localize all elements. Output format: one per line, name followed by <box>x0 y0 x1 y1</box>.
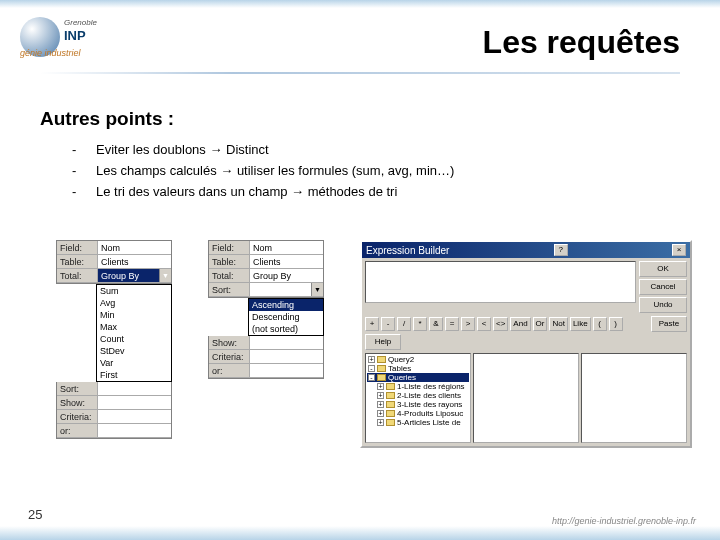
dropdown-option[interactable]: Descending <box>249 311 323 323</box>
close-icon[interactable]: × <box>672 244 686 256</box>
expand-icon[interactable]: + <box>377 419 384 426</box>
table-cell[interactable]: Clients <box>249 255 323 268</box>
field-cell[interactable]: Nom <box>97 241 171 254</box>
expand-icon[interactable]: + <box>377 392 384 399</box>
op-ne[interactable]: <> <box>493 317 508 331</box>
logo: Grenoble INP génie industriel <box>20 12 130 62</box>
chevron-down-icon[interactable]: ▼ <box>159 269 171 282</box>
expression-builder-dialog: Expression Builder ? × OK Cancel Undo + … <box>360 240 692 448</box>
show-cell[interactable] <box>249 336 323 349</box>
op-and[interactable]: And <box>510 317 530 331</box>
op-rparen[interactable]: ) <box>609 317 623 331</box>
logo-main: INP <box>64 28 86 43</box>
or-cell[interactable] <box>249 364 323 377</box>
undo-button[interactable]: Undo <box>639 297 687 313</box>
sort-cell[interactable] <box>97 382 171 395</box>
op-or[interactable]: Or <box>533 317 548 331</box>
sort-cell[interactable]: ▼ <box>249 283 323 296</box>
dropdown-option[interactable]: Var <box>97 357 171 369</box>
cancel-button[interactable]: Cancel <box>639 279 687 295</box>
operator-toolbar: + - / * & = > < <> And Or Not Like ( ) P… <box>365 316 687 350</box>
op-plus[interactable]: + <box>365 317 379 331</box>
dropdown-option[interactable]: First <box>97 369 171 381</box>
criteria-cell[interactable] <box>249 350 323 363</box>
tree-item: -Tables <box>367 364 469 373</box>
folder-icon <box>386 392 395 399</box>
dropdown-option[interactable]: Max <box>97 321 171 333</box>
expand-icon[interactable]: + <box>368 356 375 363</box>
folder-icon <box>386 401 395 408</box>
collapse-icon[interactable]: - <box>368 374 375 381</box>
folder-icon <box>377 365 386 372</box>
title-underline <box>40 72 680 74</box>
collapse-icon[interactable]: - <box>368 365 375 372</box>
tree-item: +3-Liste des rayons <box>367 400 469 409</box>
list-item: -Les champs calculés → utiliser les form… <box>72 161 454 182</box>
chevron-down-icon[interactable]: ▼ <box>311 283 323 296</box>
show-cell[interactable] <box>97 396 171 409</box>
page-number: 25 <box>28 507 42 522</box>
section-heading: Autres points : <box>40 108 174 130</box>
dropdown-option[interactable]: Avg <box>97 297 171 309</box>
expand-icon[interactable]: + <box>377 410 384 417</box>
dropdown-option[interactable]: Ascending <box>249 299 323 311</box>
screenshot-panels: Field:Nom Table:Clients Total:Group By▼ … <box>56 240 692 448</box>
expand-icon[interactable]: + <box>377 383 384 390</box>
op-eq[interactable]: = <box>445 317 459 331</box>
ok-button[interactable]: OK <box>639 261 687 277</box>
bullet-list: -Eviter les doublons → Distinct -Les cha… <box>72 140 454 202</box>
dialog-titlebar: Expression Builder ? × <box>362 242 690 258</box>
folder-icon <box>377 374 386 381</box>
help-icon[interactable]: ? <box>554 244 568 256</box>
value-list[interactable] <box>581 353 687 443</box>
total-cell[interactable]: Group By <box>249 269 323 282</box>
op-not[interactable]: Not <box>549 317 567 331</box>
op-like[interactable]: Like <box>570 317 591 331</box>
table-cell[interactable]: Clients <box>97 255 171 268</box>
tree-item: -Queries <box>367 373 469 382</box>
logo-subtitle: génie industriel <box>20 48 81 58</box>
list-item: -Le tri des valeurs dans un champ → méth… <box>72 182 454 203</box>
op-gt[interactable]: > <box>461 317 475 331</box>
header-decoration <box>0 0 720 8</box>
op-lt[interactable]: < <box>477 317 491 331</box>
field-list[interactable] <box>473 353 579 443</box>
footer-url: http://genie-industriel.grenoble-inp.fr <box>552 516 696 526</box>
category-tree[interactable]: +Query2 -Tables -Queries +1-Liste des ré… <box>365 353 471 443</box>
dialog-title: Expression Builder <box>366 245 449 256</box>
list-item: -Eviter les doublons → Distinct <box>72 140 454 161</box>
help-button[interactable]: Help <box>365 334 401 350</box>
sort-dropdown[interactable]: Ascending Descending (not sorted) <box>248 298 324 336</box>
tree-item: +Query2 <box>367 355 469 364</box>
folder-icon <box>386 419 395 426</box>
tree-item: +2-Liste des clients <box>367 391 469 400</box>
op-minus[interactable]: - <box>381 317 395 331</box>
paste-button[interactable]: Paste <box>651 316 687 332</box>
footer-decoration <box>0 526 720 540</box>
field-cell[interactable]: Nom <box>249 241 323 254</box>
query-grid-sort: Field:Nom Table:Clients Total:Group By S… <box>208 240 324 379</box>
op-mul[interactable]: * <box>413 317 427 331</box>
tree-item: +1-Liste des régions <box>367 382 469 391</box>
query-grid-totals: Field:Nom Table:Clients Total:Group By▼ … <box>56 240 172 439</box>
expression-input[interactable] <box>365 261 636 303</box>
dropdown-option[interactable]: (not sorted) <box>249 323 323 335</box>
or-cell[interactable] <box>97 424 171 437</box>
dropdown-option[interactable]: Count <box>97 333 171 345</box>
expand-icon[interactable]: + <box>377 401 384 408</box>
tree-item: +4-Produits Liposuc <box>367 409 469 418</box>
op-div[interactable]: / <box>397 317 411 331</box>
op-lparen[interactable]: ( <box>593 317 607 331</box>
criteria-cell[interactable] <box>97 410 171 423</box>
op-amp[interactable]: & <box>429 317 443 331</box>
slide-title: Les requêtes <box>483 24 680 61</box>
tree-item: +5-Articles Liste de <box>367 418 469 427</box>
dropdown-option[interactable]: StDev <box>97 345 171 357</box>
aggregate-dropdown[interactable]: Sum Avg Min Max Count StDev Var First <box>96 284 172 382</box>
total-cell[interactable]: Group By▼ <box>97 269 171 282</box>
folder-icon <box>386 410 395 417</box>
dropdown-option[interactable]: Sum <box>97 285 171 297</box>
logo-city: Grenoble <box>64 18 97 27</box>
dropdown-option[interactable]: Min <box>97 309 171 321</box>
folder-icon <box>386 383 395 390</box>
